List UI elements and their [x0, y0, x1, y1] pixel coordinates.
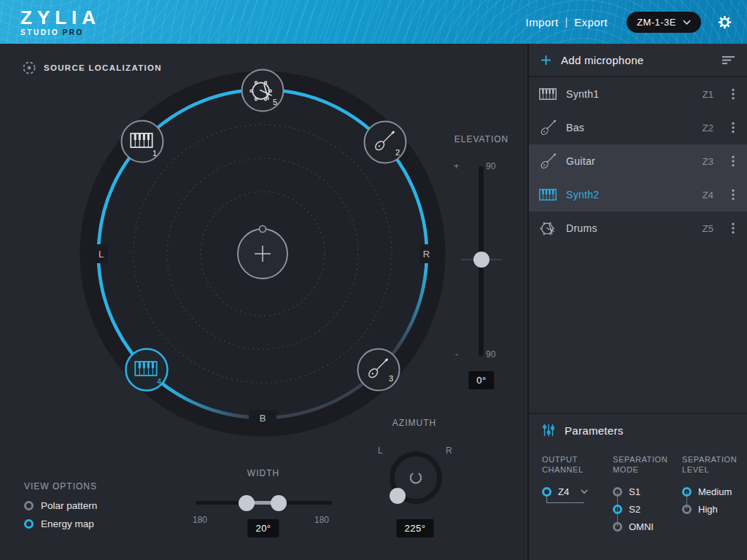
- zylia-studio-pro-window: ZYLIA STUDIOPRO Import | Export ZM-1-3E: [0, 0, 747, 560]
- separation-mode-s1[interactable]: S1: [613, 483, 682, 500]
- width-slider-handle-left[interactable]: [239, 495, 255, 511]
- elevation-slider-handle[interactable]: [473, 252, 489, 268]
- option-label: High: [698, 504, 718, 515]
- brand-pro: PRO: [62, 28, 83, 36]
- source-badge-guitar-2[interactable]: 2: [365, 122, 406, 163]
- mic-name: Drums: [566, 222, 597, 234]
- settings-gear-icon[interactable]: [717, 15, 732, 30]
- parameters-panel: Parameters OUTPUT CHANNEL Z4 SEP: [529, 413, 747, 560]
- microphone-list: Synth1 Z1 Bas Z2 Guitar Z3 Synth2 Z4: [529, 77, 747, 245]
- mic-row-guitar[interactable]: Guitar Z3: [529, 144, 747, 178]
- azimuth-left-label: L: [378, 446, 383, 456]
- radio-icon[interactable]: [613, 505, 622, 514]
- parameters-header: Parameters: [542, 424, 735, 437]
- keyboard-icon: [538, 189, 558, 201]
- mic-name: Guitar: [566, 155, 595, 167]
- radio-icon[interactable]: [542, 487, 551, 497]
- radio-icon[interactable]: [24, 519, 34, 529]
- view-option-polar-pattern[interactable]: Polar pattern: [24, 500, 97, 511]
- mic-options-menu[interactable]: [728, 222, 738, 234]
- view-option-label: Energy map: [41, 518, 94, 529]
- polar-display[interactable]: L R B 1: [0, 44, 527, 481]
- brand-subtitle: STUDIOPRO: [20, 29, 101, 36]
- source-badge-drums-5[interactable]: 5: [242, 70, 284, 112]
- source-badge-keyboard-1[interactable]: 1: [122, 121, 163, 163]
- source-number: 4: [157, 377, 161, 386]
- drums-icon: [538, 220, 558, 236]
- width-slider-handle-right[interactable]: [271, 495, 287, 511]
- import-button[interactable]: Import: [526, 16, 559, 28]
- source-localization-icon: [22, 61, 36, 75]
- radio-icon[interactable]: [613, 522, 622, 532]
- output-channel-label: OUTPUT CHANNEL: [542, 454, 595, 475]
- output-channel-dropdown[interactable]: Z4: [542, 483, 613, 500]
- import-export-divider: |: [565, 16, 568, 28]
- source-number: 5: [273, 98, 277, 106]
- topbar: ZYLIA STUDIOPRO Import | Export ZM-1-3E: [0, 0, 747, 44]
- width-right-limit: 180: [314, 515, 329, 525]
- polar-right-label: R: [423, 249, 430, 260]
- add-microphone-button[interactable]: Add microphone: [529, 44, 747, 77]
- separation-level-medium[interactable]: Medium: [682, 483, 735, 500]
- export-button[interactable]: Export: [574, 16, 608, 28]
- separation-mode-label: SEPARATION MODE: [613, 454, 665, 475]
- mic-name: Synth2: [566, 189, 599, 201]
- width-value: 20°: [247, 519, 279, 537]
- mic-row-drums[interactable]: Drums Z5: [529, 211, 747, 245]
- sort-icon[interactable]: [721, 55, 735, 65]
- radio-icon[interactable]: [613, 487, 622, 497]
- mic-options-menu[interactable]: [728, 122, 738, 133]
- source-number: 2: [395, 148, 400, 157]
- separation-mode-s2[interactable]: S2: [613, 500, 682, 518]
- mic-options-menu[interactable]: [728, 155, 738, 167]
- separation-mode-omni[interactable]: OMNI: [613, 518, 682, 535]
- elevation-min-label: 90: [486, 349, 495, 359]
- separation-level-high[interactable]: High: [682, 500, 735, 518]
- separation-level-label: SEPARATION LEVEL: [682, 454, 735, 475]
- source-number: 1: [152, 149, 157, 158]
- parameters-title: Parameters: [565, 424, 624, 437]
- center-orientation-marker: [260, 226, 266, 233]
- zylia-logo: ZYLIA STUDIOPRO: [20, 8, 101, 36]
- plus-icon: [541, 55, 551, 66]
- mic-row-synth2-active[interactable]: Synth2 Z4: [529, 178, 747, 211]
- radio-icon[interactable]: [682, 505, 692, 514]
- view-option-energy-map[interactable]: Energy map: [24, 518, 94, 529]
- chevron-down-icon: [581, 489, 588, 494]
- panel-header: SOURCE LOCALIZATION: [22, 61, 162, 75]
- source-badge-guitar-3[interactable]: 3: [358, 349, 400, 391]
- azimuth-right-label: R: [446, 446, 452, 456]
- output-channel-value: Z4: [558, 486, 569, 497]
- azimuth-knob-handle[interactable]: [390, 488, 406, 504]
- option-label: OMNI: [629, 521, 654, 532]
- radio-icon[interactable]: [682, 487, 692, 497]
- mic-options-menu[interactable]: [728, 189, 738, 201]
- radio-icon[interactable]: [24, 501, 34, 510]
- width-left-limit: 180: [193, 515, 207, 525]
- azimuth-reset-icon[interactable]: [409, 470, 423, 485]
- brand-name: ZYLIA: [20, 8, 101, 27]
- device-selector-dropdown[interactable]: ZM-1-3E: [627, 12, 701, 33]
- elevation-minus-sign: -: [455, 349, 458, 359]
- azimuth-value: 225°: [397, 519, 434, 537]
- source-localization-panel: L R B 1: [0, 44, 527, 560]
- option-label: Medium: [698, 486, 732, 497]
- mic-name: Bas: [566, 122, 584, 133]
- mic-options-menu[interactable]: [728, 88, 738, 100]
- mic-channel: Z3: [703, 156, 713, 167]
- elevation-value: 0°: [468, 371, 494, 389]
- mic-row-bas[interactable]: Bas Z2: [529, 111, 747, 144]
- mic-channel: Z4: [703, 190, 713, 201]
- elevation-max-label: 90: [486, 161, 495, 171]
- view-options-label: VIEW OPTIONS: [24, 481, 97, 491]
- mic-row-synth1[interactable]: Synth1 Z1: [529, 77, 747, 111]
- source-badge-keyboard-4-selected[interactable]: 4: [126, 349, 168, 391]
- device-name: ZM-1-3E: [637, 17, 676, 28]
- elevation-plus-sign: +: [454, 161, 459, 171]
- polar-back-label: B: [260, 413, 266, 424]
- keyboard-icon: [538, 88, 558, 100]
- topbar-actions: Import | Export ZM-1-3E: [526, 12, 732, 33]
- mic-name: Synth1: [566, 88, 599, 100]
- sidebar-spacer: [529, 245, 747, 413]
- mic-channel: Z1: [703, 89, 713, 100]
